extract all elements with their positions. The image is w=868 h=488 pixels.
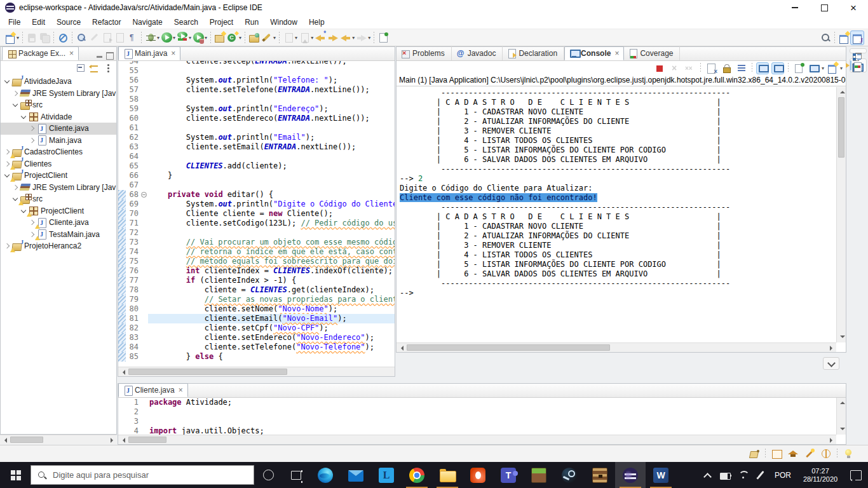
line-number[interactable]: 75 (126, 257, 141, 266)
coverage-button[interactable]: ▾ (176, 31, 192, 44)
line-number[interactable]: 77 (126, 276, 141, 285)
code-line[interactable]: 71 cliente.setCodigo(123L); // Pedir cód… (118, 219, 395, 228)
debug-button[interactable]: ▾ (144, 31, 160, 44)
external-tools-button[interactable] (88, 31, 100, 44)
taskbar-app-beehive[interactable] (585, 462, 615, 488)
code-area[interactable]: 54 cliente.setCep(ENTRADA.nextLine());55… (118, 61, 395, 367)
dropdown-arrow-icon[interactable]: ▾ (239, 35, 241, 41)
tab-javadoc[interactable]: Javadoc (452, 46, 503, 60)
dropdown-arrow-icon[interactable]: ▾ (205, 35, 207, 41)
line-number[interactable]: 61 (126, 123, 141, 133)
annotation-ruler[interactable] (118, 85, 126, 95)
cortana-button[interactable] (254, 462, 282, 488)
code-line[interactable]: 81 cliente.setEmail("Novo-Email"); (118, 314, 395, 323)
console-line[interactable]: | 2 - ATUALIZAR INFORMAÇÕES DO CLIENTE | (400, 117, 836, 126)
line-number[interactable]: 81 (126, 314, 141, 323)
code-line[interactable]: 63 cliente.setEmail(ENTRADA.nextLine()); (118, 142, 395, 152)
code-line[interactable]: 59 System.out.println("Endereço"); (118, 104, 395, 114)
code-line[interactable]: 75 // método equals foi sobreescrito par… (118, 257, 395, 266)
line-number[interactable]: 72 (126, 228, 141, 238)
line-number[interactable]: 83 (126, 333, 141, 342)
clock[interactable]: 07:27 28/11/2020 (801, 467, 840, 484)
action-center-icon[interactable] (848, 468, 864, 482)
scroll-lock-button[interactable] (719, 62, 734, 75)
annotation-ruler[interactable] (118, 190, 126, 200)
menu-project[interactable]: Project (204, 16, 239, 29)
open-console-button[interactable]: ▾ (825, 62, 843, 75)
close-icon[interactable]: × (179, 386, 183, 395)
save-all-button[interactable] (38, 31, 51, 44)
code-line[interactable]: 79 // Setar as novas propriedas para o c… (118, 295, 395, 304)
code-line[interactable]: 84 cliente.setTelefone("Novo-Telefone"); (118, 342, 395, 352)
taskbar-app-word[interactable] (646, 462, 676, 488)
annotation-ruler[interactable] (118, 114, 126, 123)
console-line[interactable]: | 1 - CADASTRAR NOVO CLIENTE | (400, 222, 836, 231)
code-line[interactable]: 58 (118, 95, 395, 104)
console-output[interactable]: ----------------------------------------… (397, 87, 836, 342)
task-view-button[interactable] (282, 462, 310, 488)
annotation-ruler[interactable] (118, 247, 126, 257)
annotation-ruler[interactable] (118, 171, 126, 180)
chevron-down-button[interactable] (823, 357, 839, 370)
new-class-button[interactable]: ▾ (226, 31, 242, 44)
taskbar-search-input[interactable] (53, 470, 247, 480)
annotation-ruler[interactable] (118, 266, 126, 276)
code-area[interactable]: 1package Atividade;234import java.util.O… (118, 398, 836, 435)
annotation-ruler[interactable] (118, 123, 126, 133)
console-line[interactable]: Cliente com esse código não foi encontra… (400, 193, 836, 203)
terminate-button[interactable] (652, 62, 667, 75)
skip-breakpoints-button[interactable] (57, 31, 69, 44)
code-line[interactable]: 82 cliente.setCpf("Novo-CPF"); (118, 323, 395, 333)
annotation-ruler[interactable] (118, 133, 126, 142)
menu-navigate[interactable]: Navigate (126, 16, 168, 29)
annotation-ruler[interactable] (118, 228, 126, 238)
console-line[interactable]: | 6 - SALVAR DADOS DOS CLIENTES EM ARQUI… (400, 155, 836, 165)
line-number[interactable]: 65 (126, 161, 141, 171)
annotation-ruler[interactable] (118, 95, 126, 104)
line-number[interactable]: 84 (126, 342, 141, 352)
annotation-ruler[interactable] (118, 426, 126, 435)
taskbar-app-mail[interactable] (341, 462, 371, 488)
console-vscrollbar[interactable] (836, 87, 846, 342)
tab-console[interactable]: Console× (564, 46, 624, 60)
prev-edit-button[interactable]: * (314, 31, 327, 44)
link-with-editor-icon[interactable] (89, 63, 100, 73)
code-line[interactable]: 62 System.out.println("Email"); (118, 133, 395, 142)
profile-button[interactable]: ▾ (192, 31, 208, 44)
run-button[interactable]: ▾ (160, 31, 176, 44)
code-line[interactable]: 55 (118, 66, 395, 76)
annotation-ruler[interactable] (118, 285, 126, 295)
go-into-button[interactable]: ▾ (298, 31, 314, 44)
line-number[interactable]: 85 (126, 352, 141, 362)
taskbar-app-eclipse[interactable] (615, 462, 646, 488)
line-number[interactable]: 59 (126, 104, 141, 114)
pin-console-button[interactable] (791, 62, 806, 75)
annotation-ruler[interactable] (118, 66, 126, 76)
line-number[interactable]: 82 (126, 323, 141, 333)
menu-run[interactable]: Run (239, 16, 264, 29)
scroll-right-icon[interactable] (107, 435, 117, 445)
code-line[interactable]: 69 System.out.println("Digite o Código d… (118, 200, 395, 209)
expander-open-icon[interactable] (11, 101, 19, 109)
line-number[interactable]: 63 (126, 142, 141, 152)
dropdown-arrow-icon[interactable]: ▾ (352, 35, 355, 41)
bulb-icon[interactable] (843, 448, 854, 459)
next-annotation-button[interactable] (100, 31, 113, 44)
next-edit-button[interactable] (327, 31, 339, 44)
annotation-ruler[interactable] (118, 407, 126, 417)
line-number[interactable]: 54 (126, 61, 141, 66)
dropdown-arrow-icon[interactable]: ▾ (840, 65, 843, 71)
editor-vscrollbar[interactable] (836, 398, 846, 435)
tree-item-jre-system-library-jav[interactable]: JRE System Library [Jav (1, 182, 116, 194)
menu-help[interactable]: Help (303, 16, 330, 29)
line-number[interactable]: 71 (126, 219, 141, 228)
console-line[interactable]: | 2 - ATUALIZAR INFORMAÇÕES DO CLIENTE | (400, 231, 836, 241)
tag-icon[interactable] (749, 448, 760, 459)
package-explorer-hscrollbar[interactable] (0, 435, 117, 444)
console-line[interactable]: | 6 - SALVAR DADOS DOS CLIENTES EM ARQUI… (400, 269, 836, 279)
back-button[interactable]: ▾ (339, 31, 355, 44)
menu-edit[interactable]: Edit (26, 16, 51, 29)
tree-item-src[interactable]: src (1, 193, 116, 205)
line-number[interactable]: 80 (126, 304, 141, 314)
pen-icon[interactable] (754, 468, 768, 482)
